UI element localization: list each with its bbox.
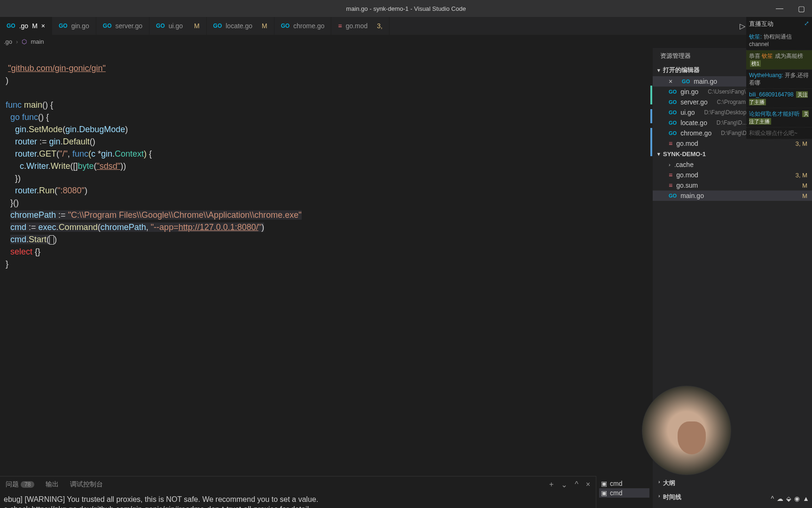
chevron-down-icon[interactable]: ⌄: [561, 480, 567, 489]
tray-icon[interactable]: ⬙: [786, 495, 791, 502]
tab-gin-go[interactable]: GOgin.go: [52, 17, 96, 35]
go-icon: GO: [59, 23, 68, 29]
tray-icon[interactable]: ◉: [794, 495, 800, 502]
chevron-down-icon: ▾: [657, 67, 660, 73]
terminal-list: ▣cmd ▣cmd: [596, 476, 652, 508]
panel-tabs: 问题78 输出 调试控制台 + ⌄ ^ ×: [0, 476, 596, 492]
code-editor[interactable]: "github.com/gin-gonic/gin" ) func main()…: [0, 48, 652, 476]
window-title: main.go - synk-demo-1 - Visual Studio Co…: [346, 5, 466, 12]
chevron-right-icon: ›: [658, 479, 660, 487]
panel-tab-problems[interactable]: 问题78: [6, 480, 34, 489]
panel: 问题78 输出 调试控制台 + ⌄ ^ × ebug] [WARNING] Yo…: [0, 476, 596, 508]
mod-icon: ≡: [338, 22, 342, 30]
go-icon: GO: [669, 130, 677, 136]
run-icon[interactable]: ▷: [740, 22, 745, 31]
tab-chrome-go[interactable]: GOchrome.go: [274, 17, 332, 35]
webcam-overlay: [642, 386, 731, 475]
tab-main-go[interactable]: GO.goM×: [0, 17, 52, 35]
chevron-right-icon: ›: [658, 493, 660, 501]
tray-icon[interactable]: ▲: [803, 495, 809, 502]
chat-message: WytheHuang: 开多,还得看哪: [746, 70, 812, 89]
go-icon: GO: [669, 193, 677, 198]
go-icon: GO: [669, 99, 677, 105]
chat-message: bili_66809164798 关注了主播: [746, 89, 812, 108]
chat-message: 钦笙: 协程间通信channel: [746, 31, 812, 50]
close-icon[interactable]: ×: [669, 78, 672, 85]
live-chat-panel: 直播互动⤢ 钦笙: 协程间通信channel 恭喜 钦笙 成为高能榜榜1 Wyt…: [746, 17, 812, 139]
system-tray[interactable]: ^ ☁ ⬙ ◉ ▲: [771, 489, 809, 508]
tab-server-go[interactable]: GOserver.go: [96, 17, 149, 35]
terminal-entry[interactable]: ▣cmd: [599, 479, 649, 488]
maximize-button[interactable]: ▢: [790, 0, 812, 17]
maximize-panel-icon[interactable]: ^: [575, 480, 578, 489]
go-icon: GO: [213, 23, 222, 29]
go-icon: GO: [682, 79, 690, 84]
tray-icon[interactable]: ^: [771, 495, 774, 502]
tab-ui-go[interactable]: GOui.go M: [149, 17, 206, 35]
chevron-down-icon: ▾: [657, 151, 660, 157]
terminal-entry[interactable]: ▣cmd: [599, 488, 649, 498]
project-section[interactable]: ▾SYNK-DEMO-1: [653, 149, 812, 159]
sidebar-item[interactable]: ≡go.mod3, M: [653, 138, 812, 149]
editor-tabs: GO.goM× GOgin.go GOserver.go GOui.go M G…: [0, 17, 812, 35]
close-panel-icon[interactable]: ×: [586, 480, 590, 489]
folder-item[interactable]: ›.cache: [653, 159, 812, 170]
chevron-right-icon: ›: [669, 162, 671, 167]
chat-message: 论如何取名才能好听 关注了主播: [746, 108, 812, 127]
go-icon: GO: [669, 110, 677, 115]
symbol-icon: ⬡: [22, 38, 27, 45]
breadcrumb[interactable]: .go › ⬡ main: [0, 35, 812, 48]
terminal-icon: ▣: [601, 489, 607, 497]
expand-icon[interactable]: ⤢: [804, 20, 809, 28]
chat-header: 直播互动⤢: [746, 17, 812, 31]
close-icon[interactable]: ×: [41, 22, 45, 30]
file-item[interactable]: ≡go.sumM: [653, 180, 812, 190]
sum-icon: ≡: [669, 182, 672, 189]
mod-icon: ≡: [669, 171, 672, 179]
terminal-icon: ▣: [601, 480, 607, 487]
go-icon: GO: [669, 89, 677, 95]
panel-tab-debug[interactable]: 调试控制台: [70, 480, 103, 489]
tab-go-mod[interactable]: ≡go.mod 3,: [331, 17, 389, 35]
tray-icon[interactable]: ☁: [777, 495, 783, 502]
go-icon: GO: [156, 23, 165, 29]
window-controls: — ▢: [769, 0, 812, 17]
mod-icon: ≡: [669, 140, 672, 147]
go-icon: GO: [281, 23, 290, 29]
outline-section[interactable]: ›大纲: [653, 476, 812, 490]
add-icon[interactable]: +: [549, 480, 554, 489]
tab-locate-go[interactable]: GOlocate.go M: [207, 17, 274, 35]
chat-input-placeholder[interactable]: 和观众聊点什么吧~: [746, 127, 812, 139]
file-item[interactable]: GOmain.goM: [653, 190, 812, 201]
go-icon: GO: [669, 120, 677, 126]
go-icon: GO: [103, 23, 112, 29]
go-icon: GO: [7, 23, 16, 29]
panel-tab-output[interactable]: 输出: [46, 480, 59, 489]
minimize-button[interactable]: —: [769, 0, 790, 17]
file-item[interactable]: ≡go.mod3, M: [653, 170, 812, 180]
title-bar: main.go - synk-demo-1 - Visual Studio Co…: [0, 0, 812, 17]
tab-modified-dot: M: [32, 22, 38, 30]
terminal[interactable]: ebug] [WARNING] You trusted all proxies,…: [0, 492, 596, 508]
chat-message: 恭喜 钦笙 成为高能榜榜1: [746, 50, 812, 70]
